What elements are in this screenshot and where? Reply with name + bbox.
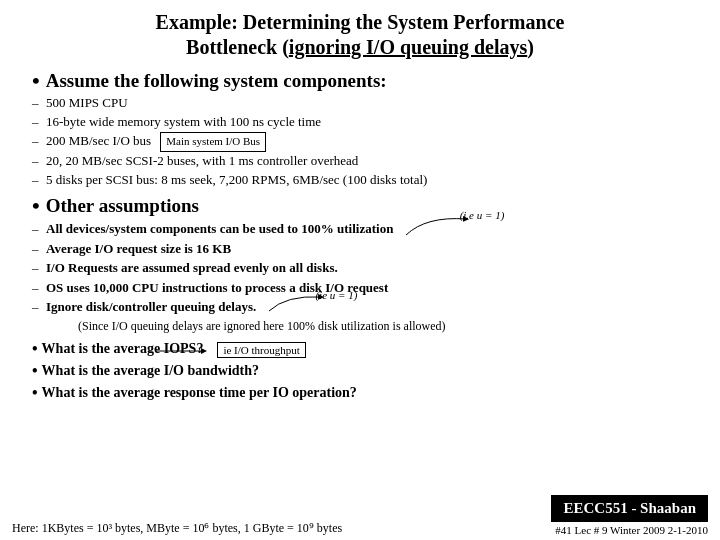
list-item: I/O Requests are assumed spread evenly o… <box>46 258 702 278</box>
section2-list: All devices/system components can be use… <box>46 219 702 317</box>
eecc-box: EECC551 - Shaaban <box>551 495 708 522</box>
annotation1: (i.e u = 1) <box>460 207 505 224</box>
title-line2: Bottleneck (ignoring I/O queuing delays) <box>18 35 702 60</box>
question1: What is the average IOPS? ie I/O through… <box>32 340 702 358</box>
section1-header: Assume the following system components: <box>32 68 702 94</box>
list-item: 5 disks per SCSI bus: 8 ms seek, 7,200 R… <box>46 171 702 190</box>
title-line2-suffix: ) <box>527 36 534 58</box>
footer-left-text: Here: 1KBytes = 10³ bytes, MByte = 10⁶ b… <box>12 521 342 536</box>
list-item: Ignore disk/controller queuing delays. (… <box>46 297 702 317</box>
list-item: 16-byte wide memory system with 100 ns c… <box>46 113 702 132</box>
list-item: All devices/system components can be use… <box>46 219 702 239</box>
list-item: 200 MB/sec I/O bus Main system I/O Bus <box>46 132 702 152</box>
list-item: 20, 20 MB/sec SCSI-2 buses, with 1 ms co… <box>46 152 702 171</box>
question2: What is the average I/O bandwidth? <box>32 362 702 380</box>
section1-list: 500 MIPS CPU 16-byte wide memory system … <box>46 94 702 189</box>
title-line1: Example: Determining the System Performa… <box>18 10 702 35</box>
footer: Here: 1KBytes = 10³ bytes, MByte = 10⁶ b… <box>0 495 720 536</box>
section2-header: Other assumptions <box>32 193 702 219</box>
slide: Example: Determining the System Performa… <box>0 0 720 540</box>
question3: What is the average response time per IO… <box>32 384 702 402</box>
main-system-io-bus-tag: Main system I/O Bus <box>160 132 266 152</box>
slide-title: Example: Determining the System Performa… <box>18 10 702 60</box>
question1-arrow <box>154 343 209 359</box>
list-item: Average I/O request size is 16 KB <box>46 239 702 259</box>
ie-io-throughput-tag: ie I/O throughput <box>217 342 305 358</box>
footer-left: Here: 1KBytes = 10³ bytes, MByte = 10⁶ b… <box>12 521 342 536</box>
subnote: (Since I/O queuing delays are ignored he… <box>78 319 702 335</box>
title-line2-prefix: Bottleneck ( <box>186 36 289 58</box>
list-item: 500 MIPS CPU <box>46 94 702 113</box>
footer-info: #41 Lec # 9 Winter 2009 2-1-2010 <box>555 524 708 536</box>
list-item: OS uses 10,000 CPU instructions to proce… <box>46 278 702 298</box>
title-line2-underline: ignoring I/O queuing delays <box>289 36 527 58</box>
annotation2: (ie u = 1) <box>315 287 357 304</box>
